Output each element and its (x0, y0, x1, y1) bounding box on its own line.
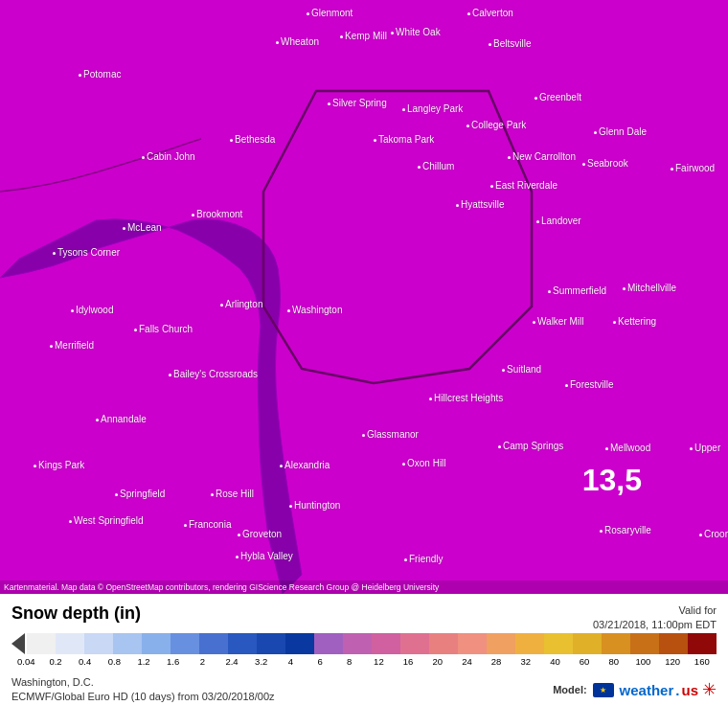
city-label: Merrifield (50, 340, 94, 351)
city-dot (456, 204, 459, 207)
city-label: Croor (699, 529, 728, 539)
city-label: Oxon Hill (402, 458, 446, 468)
city-dot (287, 309, 290, 312)
city-dot (169, 374, 171, 376)
city-label: New Carrollton (508, 151, 576, 162)
city-dot (96, 419, 99, 421)
city-label: Beltsville (489, 38, 531, 49)
city-label: Glenmont (307, 8, 353, 18)
city-dot (184, 524, 187, 527)
city-dot (508, 156, 511, 159)
city-label: Idylwood (71, 305, 113, 315)
city-dot (142, 156, 145, 159)
tick-label: 2.4 (217, 656, 247, 671)
city-dot (236, 556, 239, 558)
city-label: Hyattsville (456, 199, 505, 210)
city-label: Seabrook (582, 158, 628, 169)
city-label: Hillcrest Heights (429, 393, 503, 403)
eu-flag-icon: ★ (593, 683, 614, 697)
tick-label: 160 (687, 656, 717, 671)
color-segment (544, 633, 573, 654)
city-label: White Oak (391, 27, 441, 37)
city-dot (418, 166, 421, 169)
city-label: Takoma Park (374, 134, 434, 145)
tick-label: 0.4 (70, 656, 100, 671)
color-segment (257, 633, 285, 654)
city-dot (535, 97, 537, 100)
tick-label: 4 (276, 656, 306, 671)
city-label: Alexandria (280, 460, 330, 470)
tick-label: 120 (658, 656, 688, 671)
city-dot (502, 369, 505, 372)
tick-label: 80 (599, 656, 628, 671)
city-dot (594, 131, 597, 134)
city-dot (613, 321, 616, 324)
city-dot (690, 447, 693, 450)
city-label: McLean (123, 222, 162, 233)
color-segment (573, 633, 602, 654)
tick-label: 1.2 (129, 656, 159, 671)
city-label: Rosaryville (600, 525, 651, 535)
city-dot (671, 168, 673, 171)
city-label: Upper (690, 443, 720, 453)
model-label: Model: (553, 684, 586, 695)
logo-decoration: ✳ (702, 679, 717, 700)
tick-label: 1.6 (158, 656, 188, 671)
city-dot (79, 74, 81, 77)
color-segment (515, 633, 544, 654)
city-dot (328, 102, 330, 105)
city-dot (466, 125, 469, 127)
city-dot (374, 139, 376, 142)
tick-label: 100 (628, 656, 658, 671)
city-label: Falls Church (134, 324, 193, 334)
city-dot (498, 445, 501, 448)
city-dot (548, 290, 551, 293)
city-label: Mitchellville (623, 283, 676, 293)
city-dot (489, 43, 491, 46)
city-dot (69, 520, 72, 523)
valid-for-text: Valid for 03/21/2018, 11:00pm EDT (593, 603, 717, 633)
city-label: Glassmanor (362, 429, 419, 440)
footer-model: Model: ★ weather.us ✳ (553, 679, 717, 700)
city-label: Fairwood (671, 163, 715, 173)
city-label: College Park (466, 120, 526, 130)
tick-label: 20 (422, 656, 452, 671)
city-label: East Riverdale (490, 180, 557, 191)
city-dot (220, 304, 223, 307)
city-dot (429, 398, 432, 400)
city-label: Springfield (115, 489, 165, 499)
city-dot (71, 309, 74, 312)
city-dot (490, 185, 493, 188)
tick-label: 0.8 (100, 656, 129, 671)
city-dot (362, 434, 365, 437)
color-segment (400, 633, 429, 654)
city-label: Tysons Corner (53, 247, 120, 258)
city-label: Annandale (96, 414, 147, 424)
color-segment (487, 633, 515, 654)
city-label: Kettering (613, 316, 656, 327)
city-label: Greenbelt (535, 92, 581, 102)
color-segment (84, 633, 113, 654)
city-dot (699, 534, 702, 536)
footer: Washington, D.C. ECMWF/Global Euro HD (1… (11, 675, 717, 705)
city-dot (307, 12, 309, 15)
city-dot (404, 558, 407, 561)
city-dot (467, 12, 470, 15)
city-label: Washington (287, 305, 342, 315)
city-label: Suitland (502, 364, 541, 375)
city-label: Glenn Dale (594, 126, 647, 137)
city-label: Cabin John (142, 151, 195, 162)
city-label: Chillum (418, 161, 454, 171)
city-label: Silver Spring (328, 98, 387, 108)
snow-value-highlight: 13,5 (582, 463, 642, 498)
city-label: Bethesda (230, 134, 275, 145)
color-segment (113, 633, 142, 654)
color-segment (285, 633, 314, 654)
city-label: Hybla Valley (236, 551, 293, 561)
color-bar (27, 633, 717, 654)
tick-label: 3.2 (246, 656, 276, 671)
color-segment (372, 633, 400, 654)
color-segment (659, 633, 688, 654)
color-segment (56, 633, 84, 654)
tick-label: 28 (482, 656, 512, 671)
